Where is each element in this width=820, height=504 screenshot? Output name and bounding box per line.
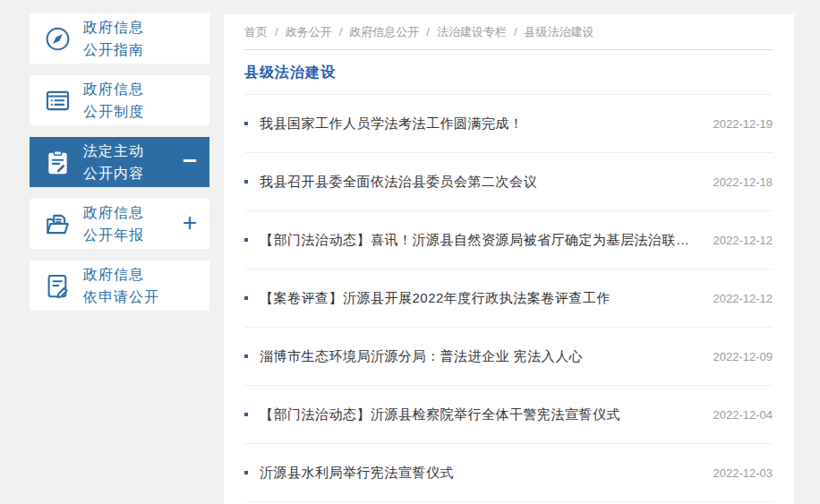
sidebar-item[interactable]: 政府信息 公开年报 + bbox=[30, 199, 209, 249]
sidebar-item[interactable]: 政府信息 公开制度 bbox=[30, 75, 209, 125]
bullet-icon bbox=[244, 238, 248, 242]
article-row: 【案卷评查】沂源县开展2022年度行政执法案卷评查工作 2022-12-12 bbox=[244, 269, 773, 328]
bullet-icon bbox=[244, 180, 248, 184]
breadcrumb-item[interactable]: 首页 bbox=[244, 24, 268, 40]
article-row: 【部门法治动态】喜讯！沂源县自然资源局被省厅确定为基层法治联系点 2022-12… bbox=[244, 211, 773, 269]
article-date: 2022-12-04 bbox=[713, 408, 773, 422]
sidebar-item-label: 政府信息 依申请公开 bbox=[83, 263, 159, 308]
article-list: 我县国家工作人员学法考法工作圆满完成！ 2022-12-19 我县召开县委全面依… bbox=[244, 95, 773, 502]
document-list-icon bbox=[40, 83, 74, 117]
article-row: 淄博市生态环境局沂源分局：普法进企业 宪法入人心 2022-12-09 bbox=[244, 328, 773, 386]
article-date: 2022-12-12 bbox=[713, 292, 773, 305]
breadcrumb-item[interactable]: 法治建设专栏 bbox=[437, 24, 507, 40]
bullet-icon bbox=[244, 413, 248, 416]
breadcrumb-separator: / bbox=[339, 25, 343, 38]
bullet-icon bbox=[244, 296, 248, 300]
compass-icon bbox=[40, 21, 74, 56]
sidebar-item-label: 政府信息 公开制度 bbox=[83, 78, 144, 123]
sidebar-item-label: 政府信息 公开年报 bbox=[83, 201, 144, 246]
article-date: 2022-12-18 bbox=[713, 175, 773, 189]
article-link[interactable]: 【案卷评查】沂源县开展2022年度行政执法案卷评查工作 bbox=[260, 290, 713, 307]
sidebar: 政府信息 公开指南 政府信息 公开制度 法定主动 公开内容 − bbox=[30, 13, 209, 322]
article-link[interactable]: 淄博市生态环境局沂源分局：普法进企业 宪法入人心 bbox=[260, 348, 713, 365]
article-row: 我县国家工作人员学法考法工作圆满完成！ 2022-12-19 bbox=[244, 95, 773, 153]
collapse-icon[interactable]: − bbox=[183, 149, 197, 175]
bullet-icon bbox=[244, 355, 248, 358]
article-link[interactable]: 沂源县水利局举行宪法宣誓仪式 bbox=[260, 465, 713, 482]
folder-doc-icon bbox=[40, 207, 74, 241]
article-row: 我县召开县委全面依法治县委员会第二次会议 2022-12-18 bbox=[244, 153, 773, 211]
breadcrumb-item[interactable]: 政务公开 bbox=[286, 24, 332, 40]
article-link[interactable]: 我县召开县委全面依法治县委员会第二次会议 bbox=[260, 174, 713, 191]
breadcrumb-item[interactable]: 县级法治建设 bbox=[525, 24, 594, 40]
article-row: 【部门法治动态】沂源县检察院举行全体干警宪法宣誓仪式 2022-12-04 bbox=[244, 386, 773, 444]
expand-icon[interactable]: + bbox=[183, 210, 197, 237]
article-date: 2022-12-03 bbox=[713, 466, 773, 480]
clipboard-pen-icon bbox=[40, 145, 74, 179]
page: 政府信息 公开指南 政府信息 公开制度 法定主动 公开内容 − bbox=[0, 0, 820, 504]
bullet-icon bbox=[244, 471, 248, 474]
article-link[interactable]: 【部门法治动态】喜讯！沂源县自然资源局被省厅确定为基层法治联系点 bbox=[260, 232, 713, 249]
article-link[interactable]: 【部门法治动态】沂源县检察院举行全体干警宪法宣誓仪式 bbox=[260, 406, 713, 423]
sidebar-item[interactable]: 政府信息 依申请公开 bbox=[30, 261, 209, 311]
article-date: 2022-12-12 bbox=[713, 234, 773, 247]
page-title: 县级法治建设 bbox=[244, 50, 773, 95]
sidebar-item[interactable]: 政府信息 公开指南 bbox=[30, 13, 209, 64]
breadcrumb: 首页/政务公开/政府信息公开/法治建设专栏/县级法治建设 bbox=[244, 14, 773, 50]
doc-pen-icon bbox=[40, 269, 74, 303]
article-date: 2022-12-09 bbox=[713, 350, 773, 363]
article-date: 2022-12-19 bbox=[713, 117, 773, 131]
breadcrumb-item[interactable]: 政府信息公开 bbox=[349, 24, 419, 40]
article-row: 沂源县水利局举行宪法宣誓仪式 2022-12-03 bbox=[244, 444, 773, 502]
sidebar-item-label: 法定主动 公开内容 bbox=[83, 140, 144, 184]
content-panel: 首页/政务公开/政府信息公开/法治建设专栏/县级法治建设 县级法治建设 我县国家… bbox=[224, 14, 794, 504]
breadcrumb-separator: / bbox=[426, 25, 430, 38]
bullet-icon bbox=[244, 122, 248, 125]
article-link[interactable]: 我县国家工作人员学法考法工作圆满完成！ bbox=[260, 115, 713, 132]
breadcrumb-separator: / bbox=[514, 25, 517, 38]
breadcrumb-separator: / bbox=[275, 25, 278, 38]
sidebar-item[interactable]: 法定主动 公开内容 − bbox=[30, 137, 209, 187]
sidebar-item-label: 政府信息 公开指南 bbox=[83, 16, 144, 61]
